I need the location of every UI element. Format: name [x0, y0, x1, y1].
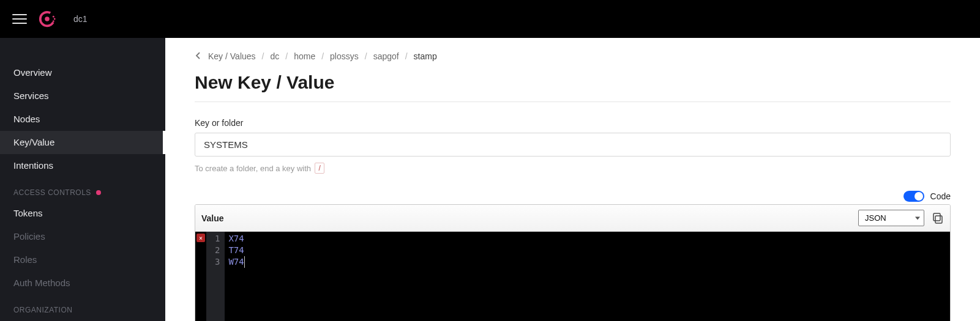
breadcrumb-item[interactable]: dc	[270, 51, 279, 61]
editor-header: Value JSON	[195, 205, 950, 232]
line-number-gutter: 1 2 3	[206, 232, 225, 321]
key-field-label: Key or folder	[195, 118, 951, 128]
sidebar-item-roles[interactable]: Roles	[0, 248, 165, 271]
page-title: New Key / Value	[195, 72, 951, 93]
chevron-left-icon[interactable]	[195, 51, 202, 61]
sidebar-item-key-value[interactable]: Key/Value	[0, 131, 165, 154]
svg-point-1	[45, 17, 50, 21]
slash-badge: /	[315, 163, 324, 174]
sidebar-item-tokens[interactable]: Tokens	[0, 202, 165, 225]
breadcrumb-item[interactable]: home	[294, 51, 315, 61]
consul-logo-icon	[38, 10, 56, 28]
code-line[interactable]: X74	[228, 233, 946, 245]
code-toggle-label: Code	[930, 191, 951, 201]
breadcrumb-sep: /	[285, 51, 288, 61]
error-gutter: ×	[195, 232, 206, 321]
breadcrumb-item[interactable]: plossys	[330, 51, 359, 61]
svg-point-4	[53, 20, 54, 22]
code-line[interactable]: T74	[228, 245, 946, 256]
breadcrumb-item[interactable]: Key / Values	[208, 51, 256, 61]
value-label: Value	[201, 213, 224, 223]
breadcrumb-sep: /	[405, 51, 408, 61]
svg-point-3	[54, 18, 56, 20]
copy-icon[interactable]	[932, 212, 944, 224]
top-bar: dc1	[0, 0, 980, 38]
divider	[195, 101, 951, 102]
breadcrumb-item[interactable]: stamp	[414, 51, 437, 61]
status-dot-icon	[96, 190, 101, 195]
sidebar-section-access-controls: ACCESS CONTROLS	[0, 177, 165, 202]
svg-rect-5	[935, 216, 942, 223]
breadcrumb-sep: /	[321, 51, 324, 61]
code-editor[interactable]: × 1 2 3 X74 T74 W74	[195, 232, 950, 321]
sidebar-section-organization: ORGANIZATION	[0, 295, 165, 319]
sidebar-item-nodes[interactable]: Nodes	[0, 108, 165, 131]
error-marker-icon: ×	[196, 234, 205, 242]
key-input[interactable]	[195, 133, 951, 157]
sidebar-item-intentions[interactable]: Intentions	[0, 154, 165, 177]
sidebar-item-auth-methods[interactable]: Auth Methods	[0, 271, 165, 295]
breadcrumb: Key / Values / dc / home / plossys / sap…	[195, 51, 951, 61]
main-content: Key / Values / dc / home / plossys / sap…	[165, 38, 980, 321]
breadcrumb-item[interactable]: sapgof	[373, 51, 399, 61]
svg-rect-6	[933, 213, 940, 221]
sidebar-item-overview[interactable]: Overview	[0, 61, 165, 84]
code-content[interactable]: X74 T74 W74	[225, 232, 950, 321]
breadcrumb-sep: /	[365, 51, 367, 61]
svg-point-2	[53, 16, 54, 18]
sidebar: Overview Services Nodes Key/Value Intent…	[0, 38, 165, 321]
datacenter-label[interactable]: dc1	[73, 14, 88, 24]
sidebar-item-services[interactable]: Services	[0, 84, 165, 108]
menu-icon[interactable]	[12, 12, 27, 26]
breadcrumb-sep: /	[262, 51, 264, 61]
value-editor: Value JSON ×	[195, 204, 951, 321]
code-toggle[interactable]	[903, 191, 924, 202]
code-line[interactable]: W74	[228, 256, 244, 268]
language-select[interactable]: JSON	[858, 210, 924, 226]
sidebar-item-policies[interactable]: Policies	[0, 225, 165, 248]
key-helper-text: To create a folder, end a key with /	[195, 163, 951, 174]
